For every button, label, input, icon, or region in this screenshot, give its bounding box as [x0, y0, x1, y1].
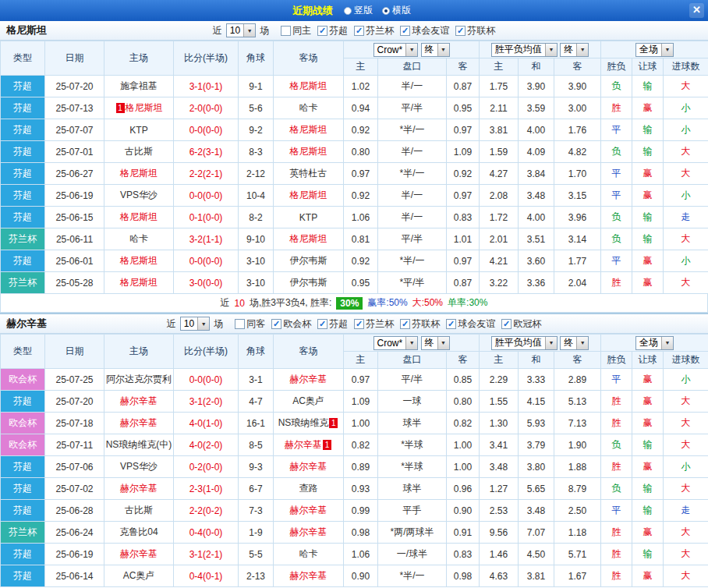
- score-cell: 0-0(0-0): [174, 250, 239, 272]
- radio-icon-horizontal[interactable]: [382, 7, 390, 15]
- filter-欧冠杯[interactable]: ✓欧冠杯: [501, 317, 541, 331]
- checkbox-checked-icon[interactable]: ✓: [317, 26, 327, 36]
- result-cell: 负: [601, 434, 632, 456]
- checkbox-checked-icon[interactable]: ✓: [317, 319, 327, 329]
- handicap-cell: 半/一: [378, 141, 447, 163]
- away-team-cell: 伊尔韦斯: [274, 272, 344, 294]
- checkbox-checked-icon[interactable]: ✓: [446, 319, 456, 329]
- handicap-result-cell: 赢: [632, 456, 664, 478]
- score-cell: 0-0(0-0): [174, 369, 239, 391]
- mean-home-cell: 1.46: [480, 544, 519, 565]
- handicap-result-cell: 输: [632, 544, 664, 565]
- filter-label: 球会友谊: [412, 24, 449, 37]
- filter-芬超[interactable]: ✓芬超: [317, 24, 348, 37]
- corners-cell: 5-6: [239, 97, 274, 119]
- filter-欧会杯[interactable]: ✓欧会杯: [271, 317, 311, 331]
- score-cell: 6-2(3-1): [174, 141, 239, 163]
- filter-同主[interactable]: 同主: [281, 24, 311, 37]
- checkbox-checked-icon[interactable]: ✓: [354, 319, 364, 329]
- col-home: 主场: [104, 335, 174, 369]
- filter-球会友谊[interactable]: ✓球会友谊: [446, 317, 495, 331]
- sub-col-away-odds: 客: [447, 352, 480, 369]
- mean-draw-cell: 3.60: [519, 250, 554, 272]
- odds-company-value: Crow*: [374, 44, 406, 56]
- home-odds-cell: 0.81: [344, 228, 378, 250]
- league-cell: 芬超: [1, 185, 45, 207]
- odds-company-select[interactable]: Crow*▼: [373, 336, 419, 350]
- filter-芬联杯[interactable]: ✓芬联杯: [400, 317, 440, 331]
- corners-cell: 8-3: [239, 141, 274, 163]
- away-team-cell: NS琅纳维克1: [274, 413, 344, 434]
- result-cell: 胜: [601, 97, 632, 119]
- checkbox-icon[interactable]: [235, 319, 245, 329]
- match-count-select[interactable]: 10 ▼: [180, 317, 210, 331]
- scope-select[interactable]: 全场▼: [635, 336, 674, 350]
- final-odds-select[interactable]: 终▼: [421, 336, 450, 350]
- handicap-cell: *半球: [378, 434, 447, 456]
- mean-odds-select[interactable]: 胜平负均值▼: [491, 336, 558, 350]
- summary-count: 10: [235, 298, 245, 309]
- handicap-cell: *半/一: [378, 565, 447, 587]
- filter-芬兰杯[interactable]: ✓芬兰杯: [354, 24, 394, 37]
- away-team-cell: 格尼斯坦: [274, 228, 344, 250]
- layout-option-vertical[interactable]: 竖版: [344, 4, 373, 17]
- handicap-cell: 一/球半: [378, 544, 447, 565]
- checkbox-icon[interactable]: [281, 26, 291, 36]
- chevron-down-icon: ▼: [437, 337, 449, 349]
- scope-select[interactable]: 全场▼: [635, 43, 674, 57]
- filter-同客[interactable]: 同客: [235, 317, 265, 331]
- mean-odds-select[interactable]: 胜平负均值▼: [491, 43, 558, 57]
- checkbox-checked-icon[interactable]: ✓: [354, 26, 364, 36]
- layout-option-horizontal[interactable]: 横版: [382, 4, 411, 17]
- close-icon[interactable]: ✕: [689, 3, 704, 18]
- checkbox-checked-icon[interactable]: ✓: [400, 26, 410, 36]
- checkbox-checked-icon[interactable]: ✓: [400, 319, 410, 329]
- odds-company-select[interactable]: Crow*▼: [373, 43, 419, 57]
- away-odds-cell: 0.95: [447, 97, 480, 119]
- title-bar: 近期战绩 竖版 横版 ✕: [0, 0, 708, 21]
- mean-draw-cell: 3.33: [519, 369, 554, 391]
- mean-away-cell: 1.18: [554, 522, 601, 544]
- home-odds-cell: 1.06: [344, 207, 378, 228]
- team-name: 赫尔辛基: [290, 374, 327, 384]
- checkbox-checked-icon[interactable]: ✓: [455, 26, 466, 36]
- match-row: 芬超25-06-01格尼斯坦0-0(0-0)3-10伊尔韦斯0.92*半/一0.…: [1, 250, 708, 272]
- home-odds-cell: 1.00: [344, 413, 378, 434]
- match-count-select[interactable]: 10 ▼: [226, 23, 256, 37]
- filter-label: 芬联杯: [412, 317, 440, 331]
- filter-芬兰杯[interactable]: ✓芬兰杯: [354, 317, 394, 331]
- radio-icon-vertical[interactable]: [344, 7, 352, 15]
- handicap-cell: 球半: [378, 413, 447, 434]
- date-cell: 25-06-19: [45, 544, 104, 565]
- match-row: 芬超25-07-02赫尔辛基2-3(1-0)6-7查路0.93球半0.961.2…: [1, 478, 708, 500]
- checkbox-checked-icon[interactable]: ✓: [501, 319, 512, 329]
- result-cell: 平: [601, 369, 632, 391]
- final-mean-select[interactable]: 终▼: [560, 336, 589, 350]
- sub-col-result: 胜负: [601, 58, 632, 76]
- handicap-result-cell: 赢: [632, 565, 664, 587]
- away-team-cell: 格尼斯坦: [274, 185, 344, 207]
- mean-home-cell: 1.75: [480, 76, 519, 97]
- score-cell: 3-1(2-1): [174, 544, 239, 565]
- red-card-badge: 1: [329, 418, 338, 428]
- goals-result-cell: 小: [664, 119, 708, 141]
- col-type: 类型: [1, 41, 45, 76]
- away-team-cell: 赫尔辛基: [274, 369, 344, 391]
- checkbox-checked-icon[interactable]: ✓: [271, 319, 281, 329]
- mean-draw-cell: 3.48: [519, 185, 554, 207]
- score-cell: 2-2(2-1): [174, 163, 239, 185]
- handicap-cell: *半球: [378, 456, 447, 478]
- home-odds-cell: 1.06: [344, 544, 378, 565]
- mean-home-cell: 2.01: [480, 228, 519, 250]
- goals-result-cell: 大: [664, 391, 708, 413]
- match-row: 芬超25-06-14AC奥卢0-4(0-1)2-13赫尔辛基0.90*半/一0.…: [1, 565, 708, 587]
- sub-col-mean-home: 主: [480, 58, 519, 76]
- filter-球会友谊[interactable]: ✓球会友谊: [400, 24, 449, 37]
- final-mean-select[interactable]: 终▼: [560, 43, 589, 57]
- corners-cell: 9-10: [239, 228, 274, 250]
- mean-away-cell: 2.50: [554, 500, 601, 522]
- filter-芬联杯[interactable]: ✓芬联杯: [455, 24, 495, 37]
- final-odds-select[interactable]: 终▼: [421, 43, 450, 57]
- mean-odds-value: 胜平负均值: [492, 337, 545, 349]
- filter-芬超[interactable]: ✓芬超: [317, 317, 348, 331]
